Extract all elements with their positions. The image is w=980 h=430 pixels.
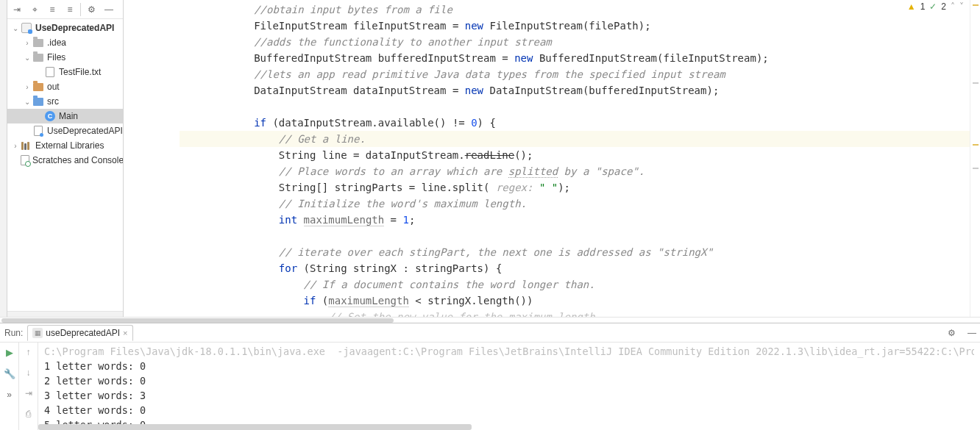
project-toolbar: ⇥ ⌖ ≡ ≡ ⚙ — (7, 0, 123, 19)
console-command: C:\Program Files\Java\jdk-18.0.1.1\bin\j… (44, 344, 974, 359)
code-number: 0 (471, 117, 477, 129)
editor-hscroll[interactable] (0, 317, 980, 323)
rerun-icon[interactable]: ▶ (6, 347, 13, 358)
marker-weak[interactable] (973, 82, 979, 84)
collapse-all-icon[interactable]: ≡ (62, 1, 78, 18)
print-icon[interactable]: ⎙ (26, 409, 31, 419)
tree-src[interactable]: ⌄ src (7, 94, 123, 109)
run-settings-icon[interactable]: ⚙ (943, 325, 959, 341)
code-keyword: new (465, 85, 483, 96)
marker-warning[interactable] (973, 4, 979, 6)
code-text: BufferedInputStream(fileInputStream); (533, 52, 768, 64)
warning-count: 1 (920, 1, 926, 12)
code-comment: // iterate over each stingPart, the next… (279, 246, 713, 258)
tree-testfile[interactable]: TestFile.txt (7, 65, 123, 79)
tree-files[interactable]: ⌄ Files (7, 50, 123, 65)
code-keyword: for (279, 262, 297, 274)
edit-config-icon[interactable]: 🔧 (4, 368, 15, 379)
console-line: 4 letter words: 0 (44, 403, 974, 418)
folder-icon (32, 81, 44, 93)
code-keyword: if (254, 117, 266, 129)
up-icon[interactable]: ↑ (26, 347, 31, 357)
code-text: (String stringX : stringParts) { (297, 262, 502, 274)
scratches-icon (21, 154, 29, 166)
chevron-down-icon[interactable]: ⌄ (22, 54, 32, 62)
code-area[interactable]: //obtain input bytes from a file FileInp… (162, 0, 980, 317)
code-text: FileInputStream(filePath); (483, 20, 651, 32)
tree-root[interactable]: ⌄ UseDeprecatedAPI (7, 21, 123, 35)
folder-icon (32, 37, 44, 49)
tree-src-label: src (47, 96, 59, 107)
code-editor[interactable]: ▲1 ✓2 ˄ ˅ //obtain input bytes from a fi… (124, 0, 980, 317)
weak-warning-count: 2 (941, 1, 946, 12)
close-icon[interactable]: × (123, 329, 127, 337)
code-comment: // Get a line. (279, 133, 366, 145)
code-deprecated: readLine (465, 149, 514, 161)
editor-gutter[interactable] (124, 0, 162, 317)
editor-minimap[interactable] (970, 0, 980, 317)
expand-all-icon[interactable]: ≡ (44, 1, 60, 18)
project-settings-icon[interactable]: ⚙ (83, 1, 99, 18)
tree-ext-label: External Libraries (35, 140, 104, 151)
run-tool-window: Run: ▦ useDeprecatedAPI × ⚙ — ▶ 🔧 » ↑ ↓ … (0, 323, 980, 430)
tree-iml[interactable]: UseDeprecatedAPI (7, 123, 123, 138)
editor-inspection-status[interactable]: ▲1 ✓2 ˄ ˅ (907, 1, 964, 12)
tree-iml-label: UseDeprecatedAPI (47, 126, 123, 136)
code-comment: //obtain input bytes from a file (254, 4, 452, 15)
more-icon[interactable]: » (7, 390, 12, 400)
code-text: (dataInputStream.available() != (266, 117, 471, 129)
nav-down-icon[interactable]: ˅ (959, 1, 964, 12)
tree-main-label: Main (59, 111, 78, 121)
select-open-file-icon[interactable]: ⇥ (9, 1, 25, 18)
tree-testfile-label: TestFile.txt (59, 67, 101, 77)
marker-warning[interactable] (973, 144, 979, 146)
tree-scratch[interactable]: Scratches and Console (7, 153, 123, 168)
chevron-right-icon[interactable]: › (22, 83, 32, 91)
code-keyword: new (514, 52, 533, 64)
console-hscroll[interactable] (38, 424, 472, 430)
run-tab[interactable]: ▦ useDeprecatedAPI × (27, 325, 132, 341)
tree-main[interactable]: C Main (7, 109, 123, 123)
down-icon[interactable]: ↓ (26, 368, 31, 378)
left-stripe (0, 0, 7, 317)
code-comment: // Initialize the word's maximum length. (279, 198, 527, 209)
nav-up-icon[interactable]: ˄ (951, 1, 955, 12)
run-header: Run: ▦ useDeprecatedAPI × ⚙ — (0, 323, 980, 343)
hide-tool-window-icon[interactable]: — (101, 1, 117, 18)
chevron-down-icon[interactable]: ⌄ (10, 24, 21, 32)
chevron-right-icon[interactable]: › (22, 39, 32, 47)
run-hide-icon[interactable]: — (964, 325, 980, 341)
code-comment: // Set the new value for the maximum len… (328, 311, 601, 317)
project-tool-window: ⇥ ⌖ ≡ ≡ ⚙ — ⌄ UseDeprecatedAPI › .idea (7, 0, 124, 317)
code-keyword: int (279, 214, 297, 226)
tree-ext-lib[interactable]: › External Libraries (7, 138, 123, 153)
code-text: BufferedInputStream bufferedInputStream … (254, 52, 514, 64)
soft-wrap-icon[interactable]: ⇥ (25, 388, 32, 398)
locate-icon[interactable]: ⌖ (26, 1, 43, 18)
code-comment: // Place words to an array which are spl… (279, 165, 645, 178)
code-unused: maximumLength (328, 295, 409, 307)
code-text: DataInputStream dataInputStream = (254, 85, 465, 96)
code-text: ( (316, 295, 328, 307)
run-console[interactable]: C:\Program Files\Java\jdk-18.0.1.1\bin\j… (38, 343, 980, 430)
tree-out[interactable]: › out (7, 79, 123, 94)
run-config-icon: ▦ (32, 328, 43, 338)
class-icon: C (44, 110, 56, 122)
code-keyword: if (304, 295, 316, 307)
code-text: ) { (477, 117, 496, 129)
folder-icon (32, 51, 44, 63)
console-line: 1 letter words: 0 (44, 359, 974, 373)
project-tree[interactable]: ⌄ UseDeprecatedAPI › .idea ⌄ Files TestF… (7, 19, 123, 311)
chevron-right-icon[interactable]: › (10, 142, 21, 150)
tree-files-label: Files (47, 52, 65, 62)
tree-idea[interactable]: › .idea (7, 35, 123, 50)
code-keyword: new (465, 20, 483, 32)
tree-scratch-label: Scratches and Console (32, 155, 123, 165)
code-text: ; (409, 214, 415, 226)
code-string: " " (533, 182, 558, 193)
code-text: (); (514, 149, 533, 161)
tree-out-label: out (47, 82, 60, 92)
chevron-down-icon[interactable]: ⌄ (22, 98, 32, 106)
code-text: < stringX.length()) (409, 295, 533, 307)
marker-weak[interactable] (973, 168, 979, 169)
